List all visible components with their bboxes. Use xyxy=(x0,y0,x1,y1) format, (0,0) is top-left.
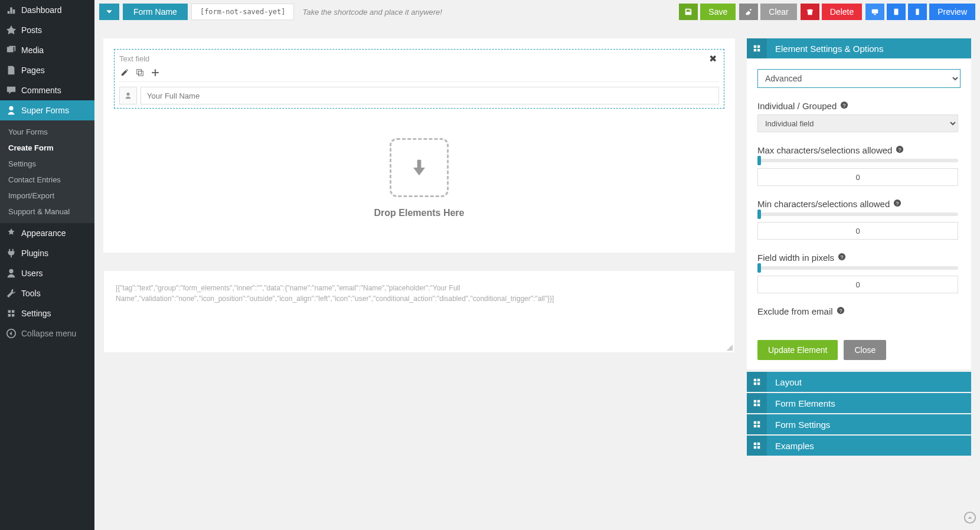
comments-icon xyxy=(6,85,17,96)
svg-rect-32 xyxy=(757,425,760,427)
help-icon[interactable]: ? xyxy=(896,145,904,155)
minchars-input[interactable] xyxy=(757,222,958,240)
element-settings-header[interactable]: Element Settings & Options xyxy=(747,38,971,58)
grid-icon xyxy=(747,372,767,392)
sidebar-item-super-forms[interactable]: Super Forms xyxy=(0,100,94,120)
sidebar-item-users[interactable]: Users xyxy=(0,263,94,283)
help-icon[interactable]: ? xyxy=(838,253,846,263)
clear-icon-button[interactable] xyxy=(739,4,758,20)
svg-rect-5 xyxy=(137,70,142,74)
accordion-title: Layout xyxy=(767,372,971,392)
svg-rect-22 xyxy=(757,379,760,381)
accordion-examples[interactable]: Examples xyxy=(747,436,971,456)
sidebar-label: Plugins xyxy=(21,248,48,258)
sidebar-item-tools[interactable]: Tools xyxy=(0,283,94,303)
save-icon-button[interactable] xyxy=(679,4,698,20)
element-header: Text field ✖ xyxy=(119,53,719,66)
preview-tablet-button[interactable] xyxy=(887,4,906,20)
duplicate-icon[interactable] xyxy=(136,68,144,77)
sidebar-collapse[interactable]: Collapse menu xyxy=(0,323,94,343)
element-remove-button[interactable]: ✖ xyxy=(707,53,719,64)
accordion-form-settings[interactable]: Form Settings xyxy=(747,414,971,434)
save-button[interactable]: Save xyxy=(700,4,736,20)
accordion-title: Form Settings xyxy=(767,414,971,434)
preview-group: Preview xyxy=(865,4,975,20)
delete-icon-button[interactable] xyxy=(801,4,819,20)
grid-icon xyxy=(747,38,767,58)
slider-handle[interactable] xyxy=(757,263,761,273)
setting-label: Field width in pixels ? xyxy=(757,253,958,263)
sidebar-sub-create-form[interactable]: Create Form xyxy=(0,140,94,156)
sidebar-sub-your-forms[interactable]: Your Forms xyxy=(0,124,94,140)
accordion-layout[interactable]: Layout xyxy=(747,372,971,392)
svg-rect-36 xyxy=(757,446,760,449)
sidebar-sub-support[interactable]: Support & Manual xyxy=(0,204,94,220)
help-icon[interactable]: ? xyxy=(893,199,901,209)
drop-text: Drop Elements Here xyxy=(114,208,724,218)
element-title: Text field xyxy=(119,54,707,63)
svg-rect-6 xyxy=(138,71,143,76)
appearance-icon xyxy=(6,228,17,238)
setting-label: Exclude from email ? xyxy=(757,306,958,316)
scroll-top-button[interactable] xyxy=(963,511,976,526)
sidebar-item-appearance[interactable]: Appearance xyxy=(0,223,94,243)
setting-label: Individual / Grouped ? xyxy=(757,101,958,111)
text-field-input[interactable] xyxy=(141,87,719,104)
accordion-form-elements[interactable]: Form Elements xyxy=(747,393,971,413)
close-button[interactable]: Close xyxy=(844,340,886,360)
svg-text:?: ? xyxy=(843,103,846,109)
help-icon[interactable]: ? xyxy=(840,101,848,111)
preview-mobile-button[interactable] xyxy=(908,4,927,20)
slider-handle[interactable] xyxy=(757,210,761,219)
width-slider[interactable] xyxy=(757,266,958,270)
delete-group: Delete xyxy=(801,4,862,20)
mode-select[interactable]: Advanced xyxy=(757,69,961,88)
grouped-select[interactable]: Individual field xyxy=(757,114,958,132)
sidebar-sub-import-export[interactable]: Import/Export xyxy=(0,188,94,204)
clear-button[interactable]: Clear xyxy=(760,4,796,20)
svg-rect-27 xyxy=(754,404,756,406)
svg-rect-4 xyxy=(916,9,919,15)
setting-maxchars: Max characters/selections allowed ? xyxy=(757,145,958,186)
preview-desktop-button[interactable] xyxy=(865,4,884,20)
arrow-down-icon xyxy=(407,156,431,179)
pages-icon xyxy=(6,65,17,76)
sidebar-item-settings[interactable]: Settings xyxy=(0,303,94,323)
svg-text:?: ? xyxy=(839,308,842,314)
settings-body: Advanced Individual / Grouped ? Individu… xyxy=(747,58,971,331)
edit-icon[interactable] xyxy=(120,68,129,77)
shortcode-display[interactable]: [form-not-saved-yet] xyxy=(191,4,295,20)
form-name-display[interactable]: Form Name xyxy=(123,4,188,20)
sidebar-label: Dashboard xyxy=(21,5,62,15)
slider-handle[interactable] xyxy=(757,156,761,165)
collapse-icon xyxy=(6,328,17,339)
delete-button[interactable]: Delete xyxy=(822,4,862,20)
tablet-icon xyxy=(892,8,900,16)
sidebar-item-comments[interactable]: Comments xyxy=(0,80,94,100)
maxchars-input[interactable] xyxy=(757,168,958,186)
minchars-slider[interactable] xyxy=(757,212,958,216)
accordion-title: Examples xyxy=(767,436,971,456)
preview-button[interactable]: Preview xyxy=(929,4,975,20)
sidebar-item-dashboard[interactable]: Dashboard xyxy=(0,0,94,20)
canvas-element-text-field[interactable]: Text field ✖ xyxy=(114,49,724,109)
sidebar-item-pages[interactable]: Pages xyxy=(0,60,94,80)
drop-zone[interactable]: Drop Elements Here xyxy=(114,109,724,242)
sidebar-sub-contact-entries[interactable]: Contact Entries xyxy=(0,172,94,188)
sidebar-item-posts[interactable]: Posts xyxy=(0,20,94,40)
sidebar-item-media[interactable]: Media xyxy=(0,40,94,60)
form-collapse-toggle[interactable] xyxy=(99,4,119,20)
sidebar-label: Posts xyxy=(21,25,42,35)
json-output[interactable]: [{"tag":"text","group":"form_elements","… xyxy=(103,270,735,353)
maxchars-slider[interactable] xyxy=(757,159,958,162)
sidebar-sub-settings[interactable]: Settings xyxy=(0,156,94,172)
settings-scroll[interactable]: Individual / Grouped ? Individual field … xyxy=(757,88,961,320)
update-element-button[interactable]: Update Element xyxy=(757,340,838,360)
move-icon[interactable] xyxy=(151,68,159,77)
sidebar-item-plugins[interactable]: Plugins xyxy=(0,243,94,263)
help-icon[interactable]: ? xyxy=(837,306,845,316)
clear-group: Clear xyxy=(739,4,796,20)
svg-rect-10 xyxy=(757,49,760,51)
width-input[interactable] xyxy=(757,276,958,293)
setting-minchars: Min characters/selections allowed ? xyxy=(757,199,958,240)
